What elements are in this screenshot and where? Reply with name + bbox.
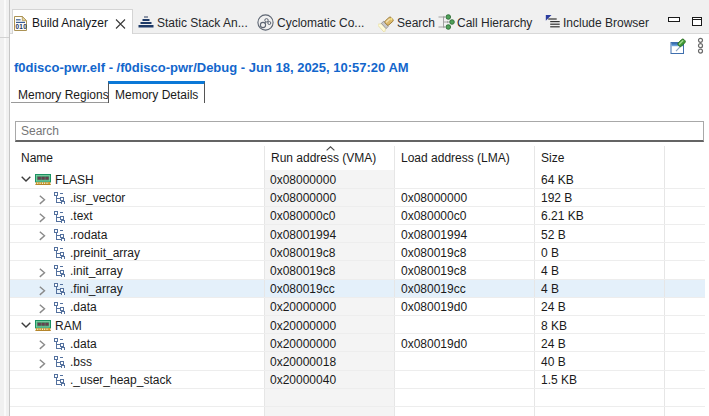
svg-text:010: 010 — [15, 23, 27, 30]
